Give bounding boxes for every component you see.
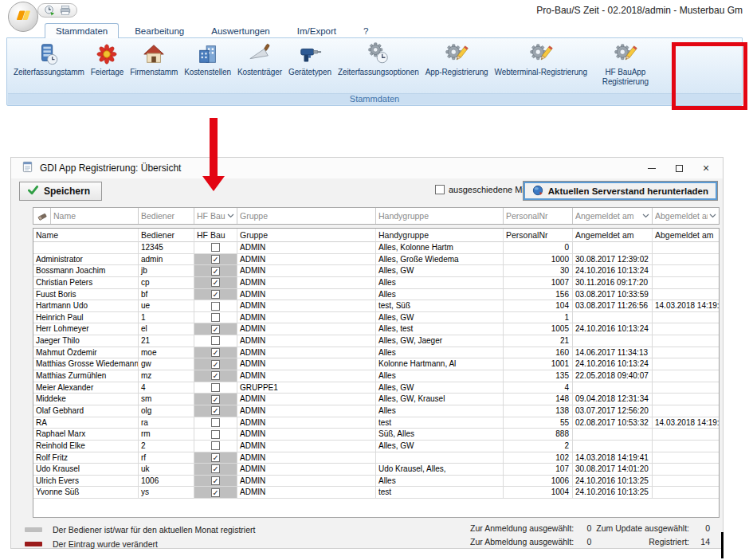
column-header-personalnr[interactable]: PersonalNr <box>504 229 573 242</box>
close-button[interactable]: × <box>692 158 720 178</box>
maximize-button[interactable] <box>665 158 692 178</box>
ribbon-button-zeiterfassungsoptionen[interactable]: Zeiterfassungsoptionen <box>335 41 422 78</box>
hf-bau-checkbox[interactable]: ✓ <box>211 360 220 369</box>
tab-im-export[interactable]: Im/Export <box>286 23 347 38</box>
download-server-state-button[interactable]: Aktuellen Serverstand herunterladen <box>523 181 718 201</box>
cell-gruppe: ADMIN <box>237 265 376 277</box>
column-header-angemeldet-am[interactable]: Angemeldet am <box>573 229 653 242</box>
table-row[interactable]: Matthias Grosse Wiedemanngw✓ADMINKolonne… <box>33 358 719 370</box>
table-row[interactable]: Jaeger Thilo21ADMINAlles, GW, Jaeger21 <box>33 335 719 347</box>
table-row[interactable]: Meier Alexander4GRUPPE1Alles, GW4 <box>33 382 719 394</box>
hf-bau-checkbox[interactable]: ✓ <box>211 278 220 287</box>
filter-input-bediener[interactable] <box>139 208 194 224</box>
dialog-title: GDI App Registrierung: Übersicht <box>40 163 181 174</box>
table-row[interactable]: Matthias Zurmühlenmz✓ADMINAlles13522.05.… <box>33 370 719 382</box>
hf-bau-checkbox[interactable]: ✓ <box>211 255 220 264</box>
ribbon-button-app-registrierung[interactable]: App-Registrierung <box>422 41 492 78</box>
chevron-down-icon[interactable] <box>709 213 716 218</box>
table-row[interactable]: Rolf Fritzrf✓ADMIN10214.03.2018 14:19:41 <box>33 452 719 464</box>
cell-hf-bau <box>194 335 237 347</box>
cell-abgemeldet-am <box>653 405 719 417</box>
hf-bau-checkbox[interactable] <box>211 418 220 427</box>
cell-handygruppe: Süß, Alles <box>376 429 504 441</box>
cell-name: Olaf Gebhard <box>33 405 139 417</box>
column-header-name[interactable]: Name <box>33 229 139 242</box>
column-header-handygruppe[interactable]: Handygruppe <box>376 229 504 242</box>
clear-filter-eraser-icon[interactable] <box>33 210 50 221</box>
print-icon[interactable] <box>60 5 71 16</box>
hf-bau-checkbox[interactable]: ✓ <box>211 325 220 334</box>
hf-bau-checkbox[interactable] <box>211 430 220 439</box>
column-header-abgemeldet-am[interactable]: Abgemeldet am <box>653 229 719 242</box>
ribbon-button-kostentr-ger[interactable]: Kostenträger <box>234 41 285 78</box>
cell-hf-bau <box>194 429 237 441</box>
table-row[interactable]: Middekesm✓ADMINAlles, GW, Krausel14809.0… <box>33 394 719 405</box>
cell-hf-bau: ✓ <box>194 487 237 499</box>
cell-abgemeldet-am: 14.03.2018 14:19:41 <box>653 300 719 312</box>
hf-bau-checkbox[interactable] <box>211 313 220 322</box>
table-row[interactable]: Yvonne Süßys✓ADMINtest100424.10.2016 10:… <box>33 487 719 499</box>
column-header-gruppe[interactable]: Gruppe <box>237 229 376 242</box>
filter-input-gruppe[interactable] <box>237 208 375 224</box>
hf-bau-checkbox[interactable]: ✓ <box>211 290 220 299</box>
hf-bau-checkbox[interactable]: ✓ <box>211 476 220 485</box>
tab-stammdaten[interactable]: Stammdaten <box>45 23 119 38</box>
table-row[interactable]: 12345ADMINAlles, Kolonne Hartm0 <box>33 242 719 254</box>
chevron-down-icon[interactable] <box>642 213 649 218</box>
hf-bau-checkbox[interactable] <box>211 383 220 392</box>
filter-input-angemeldet-am[interactable] <box>573 208 652 224</box>
hf-bau-checkbox[interactable]: ✓ <box>211 453 220 462</box>
tab-bearbeitung[interactable]: Bearbeitung <box>124 23 195 38</box>
table-row[interactable]: Mahmut Özdemirmoe✓ADMINAlles16014.06.201… <box>33 347 719 359</box>
hf-bau-checkbox[interactable] <box>211 336 220 345</box>
table-row[interactable]: Udo Krauseluk✓ADMINUdo Krausel, Alles,10… <box>33 464 719 476</box>
table-row[interactable]: Olaf Gebhardolg✓ADMINAlles13803.07.2017 … <box>33 405 719 417</box>
table-row[interactable]: Heinrich Paul1ADMINAlles, GW1 <box>33 312 719 324</box>
hf-bau-checkbox[interactable]: ✓ <box>211 406 220 415</box>
cell-name: Middeke <box>33 394 139 405</box>
tab-x[interactable]: ? <box>352 23 379 38</box>
ribbon-button-hf-bauapp-registrierung[interactable]: HF BauApp Registrierung <box>590 41 661 88</box>
column-header-bediener[interactable]: Bediener <box>139 229 194 242</box>
hf-bau-checkbox[interactable] <box>211 243 220 252</box>
hf-bau-checkbox[interactable]: ✓ <box>211 395 220 404</box>
column-header-hf-bau[interactable]: HF Bau <box>194 229 237 242</box>
app-menu-button[interactable] <box>8 2 38 32</box>
ribbon-button-kostenstellen[interactable]: Kostenstellen <box>181 41 234 78</box>
table-row[interactable]: Ulrich Evers1006✓ADMINAlles100624.10.201… <box>33 476 719 488</box>
table-row[interactable]: Hartmann UdoueADMINtest, Süß10403.08.201… <box>33 300 719 312</box>
minimize-button[interactable] <box>638 158 665 178</box>
table-row[interactable]: RAraADMINtest5502.08.2017 10:53:3214.03.… <box>33 417 719 429</box>
cell-handygruppe: Alles <box>376 289 504 301</box>
ribbon-button-feiertage[interactable]: Feiertage <box>88 41 127 78</box>
tab-auswertungen[interactable]: Auswertungen <box>200 23 281 38</box>
filter-input-handygruppe[interactable] <box>376 208 503 224</box>
table-row[interactable]: Christian Peterscp✓ADMINAlles100730.11.2… <box>33 277 719 289</box>
table-row[interactable]: Fuust Borisbf✓ADMINAlles15603.08.2017 10… <box>33 289 719 301</box>
hf-bau-checkbox[interactable]: ✓ <box>211 267 220 276</box>
hf-bau-checkbox[interactable]: ✓ <box>211 371 220 380</box>
table-row[interactable]: Administratoradmin✓ADMINAlles, Große Wie… <box>33 254 719 266</box>
table-row[interactable]: Raphael MarxrmADMINSüß, Alles888 <box>33 429 719 441</box>
hf-bau-checkbox[interactable]: ✓ <box>211 348 220 357</box>
cell-bediener: mz <box>139 370 194 382</box>
chevron-down-icon[interactable] <box>227 213 234 218</box>
ribbon-button-zeiterfassungstamm[interactable]: Zeiterfassungstamm <box>10 41 88 78</box>
check-icon <box>27 184 39 198</box>
hf-bau-checkbox[interactable]: ✓ <box>211 488 220 497</box>
refresh-clock-icon[interactable] <box>44 5 55 16</box>
ribbon-button-ger-tetypen[interactable]: Gerätetypen <box>285 41 335 78</box>
hf-bau-checkbox[interactable]: ✓ <box>211 464 220 473</box>
table-row[interactable]: Bossmann Joachimjb✓ADMINAlles, GW3024.10… <box>33 265 719 277</box>
table-row[interactable]: Reinhold Elke2ADMINAlles, GW2 <box>33 441 719 452</box>
table-row[interactable]: Herr Lohmeyerel✓ADMINAlles, test100524.1… <box>33 323 719 335</box>
filter-input-personalnr[interactable] <box>504 208 572 224</box>
hf-bau-checkbox[interactable] <box>211 302 220 311</box>
hf-bau-checkbox[interactable] <box>211 441 220 450</box>
filter-input-name[interactable] <box>51 208 138 224</box>
cell-name: Heinrich Paul <box>33 312 139 324</box>
ribbon-button-firmenstamm[interactable]: Firmenstamm <box>127 41 181 78</box>
ribbon-button-webterminal-registrierung[interactable]: Webterminal-Registrierung <box>492 41 590 78</box>
cell-hf-bau: ✓ <box>194 289 237 301</box>
save-button[interactable]: Speichern <box>19 182 102 201</box>
